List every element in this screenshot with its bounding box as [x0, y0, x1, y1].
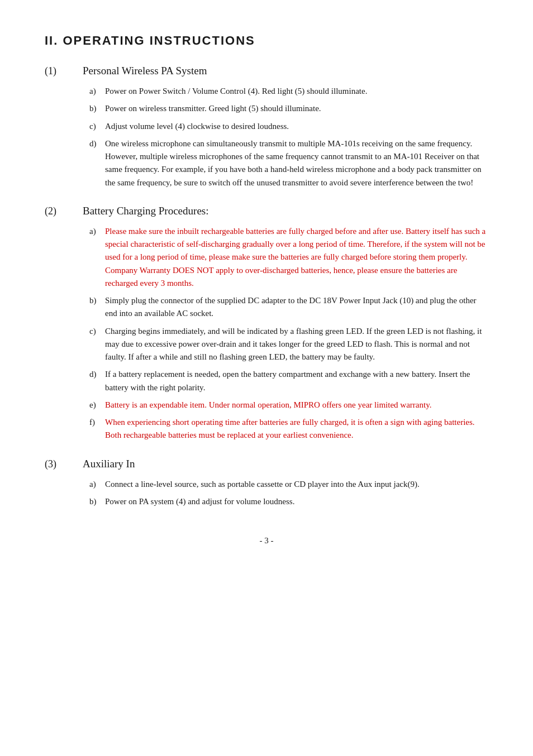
section-number-1: (1) — [45, 65, 78, 77]
item-label-2-5: e) — [89, 399, 105, 412]
section-number-2: (2) — [45, 205, 78, 217]
item-label-2-4: d) — [89, 368, 105, 381]
section-number-3: (3) — [45, 458, 78, 470]
item-label-3-2: b) — [89, 495, 105, 508]
list-item: a)Connect a line-level source, such as p… — [89, 478, 488, 491]
page-footer: - 3 - — [45, 536, 488, 546]
item-text-1-1: Power on Power Switch / Volume Control (… — [105, 85, 488, 98]
item-label-1-4: d) — [89, 137, 105, 150]
item-label-2-2: b) — [89, 294, 105, 307]
item-text-2-2: Simply plug the connector of the supplie… — [105, 294, 488, 320]
list-item: b)Power on PA system (4) and adjust for … — [89, 495, 488, 508]
item-label-2-6: f) — [89, 416, 105, 429]
section-1: (1)Personal Wireless PA Systema)Power on… — [45, 65, 488, 189]
item-label-2-3: c) — [89, 325, 105, 338]
section-title-1: Personal Wireless PA System — [83, 65, 207, 77]
item-label-1-3: c) — [89, 120, 105, 133]
item-label-1-1: a) — [89, 85, 105, 98]
list-item: b)Power on wireless transmitter. Greed l… — [89, 102, 488, 115]
list-item: f)When experiencing short operating time… — [89, 416, 488, 442]
item-text-3-2: Power on PA system (4) and adjust for vo… — [105, 495, 488, 508]
item-text-3-1: Connect a line-level source, such as por… — [105, 478, 488, 491]
list-item: a)Power on Power Switch / Volume Control… — [89, 85, 488, 98]
list-item: b)Simply plug the connector of the suppl… — [89, 294, 488, 320]
item-text-2-4: If a battery replacement is needed, open… — [105, 368, 488, 394]
item-text-2-6: When experiencing short operating time a… — [105, 416, 488, 442]
section-title-3: Auxiliary In — [83, 458, 135, 470]
item-label-1-2: b) — [89, 102, 105, 115]
list-item: d)If a battery replacement is needed, op… — [89, 368, 488, 394]
item-label-2-1: a) — [89, 225, 105, 238]
item-text-2-3: Charging begins immediately, and will be… — [105, 325, 488, 364]
item-text-1-4: One wireless microphone can simultaneous… — [105, 137, 488, 189]
item-text-1-3: Adjust volume level (4) clockwise to des… — [105, 120, 488, 133]
list-item: c)Adjust volume level (4) clockwise to d… — [89, 120, 488, 133]
item-label-3-1: a) — [89, 478, 105, 491]
list-item: d)One wireless microphone can simultaneo… — [89, 137, 488, 189]
item-text-2-1: Please make sure the inbuilt rechargeabl… — [105, 225, 488, 290]
item-text-2-5: Battery is an expendable item. Under nor… — [105, 399, 488, 412]
list-item: e)Battery is an expendable item. Under n… — [89, 399, 488, 412]
list-item: c)Charging begins immediately, and will … — [89, 325, 488, 364]
list-item: a)Please make sure the inbuilt rechargea… — [89, 225, 488, 290]
section-title-2: Battery Charging Procedures: — [83, 205, 209, 217]
page-title: II. OPERATING INSTRUCTIONS — [45, 34, 488, 48]
section-2: (2)Battery Charging Procedures:a)Please … — [45, 205, 488, 442]
item-text-1-2: Power on wireless transmitter. Greed lig… — [105, 102, 488, 115]
section-3: (3)Auxiliary Ina)Connect a line-level so… — [45, 458, 488, 509]
